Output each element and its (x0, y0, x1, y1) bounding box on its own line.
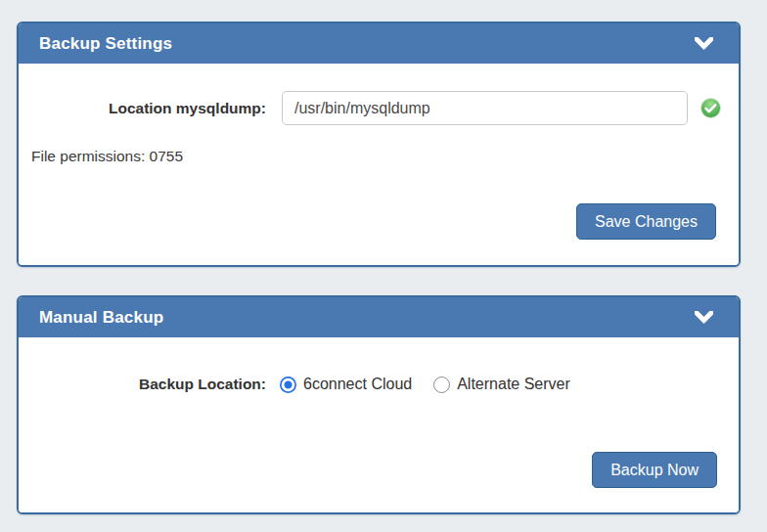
mysqldump-location-input[interactable] (282, 91, 688, 125)
radio-option-label: Alternate Server (457, 376, 570, 393)
check-circle-icon (700, 98, 721, 118)
manual-backup-panel: Manual Backup Backup Location: 6connect … (17, 295, 741, 514)
backup-now-button[interactable]: Backup Now (592, 452, 717, 488)
backup-settings-panel: Backup Settings Location mysqldump: (17, 22, 741, 267)
radio-selected-icon[interactable] (280, 377, 296, 393)
file-permissions-text: File permissions: 0755 (31, 148, 739, 165)
radio-option-alternate-server[interactable]: Alternate Server (433, 376, 570, 393)
backup-settings-panel-header[interactable]: Backup Settings (19, 23, 739, 64)
backup-settings-page: Backup Settings Location mysqldump: (0, 0, 767, 514)
backup-location-radio-group: 6connect Cloud Alternate Server (280, 376, 570, 393)
manual-backup-panel-header[interactable]: Manual Backup (19, 297, 739, 337)
panel-title: Backup Settings (39, 34, 172, 54)
save-changes-button[interactable]: Save Changes (576, 203, 716, 240)
mysqldump-location-label: Location mysqldump: (19, 100, 266, 117)
panel-title: Manual Backup (39, 308, 163, 328)
radio-option-6connect-cloud[interactable]: 6connect Cloud (280, 376, 412, 393)
backup-location-row: Backup Location: 6connect Cloud Alternat… (19, 337, 739, 393)
manual-backup-body: Backup Location: 6connect Cloud Alternat… (19, 337, 739, 512)
chevron-down-icon[interactable] (695, 311, 713, 324)
radio-unselected-icon[interactable] (433, 377, 450, 393)
radio-option-label: 6connect Cloud (303, 376, 412, 393)
mysqldump-location-row: Location mysqldump: (19, 64, 739, 125)
backup-location-label: Backup Location: (19, 376, 266, 393)
backup-settings-body: Location mysqldump: (19, 64, 739, 265)
chevron-down-icon[interactable] (695, 37, 713, 50)
